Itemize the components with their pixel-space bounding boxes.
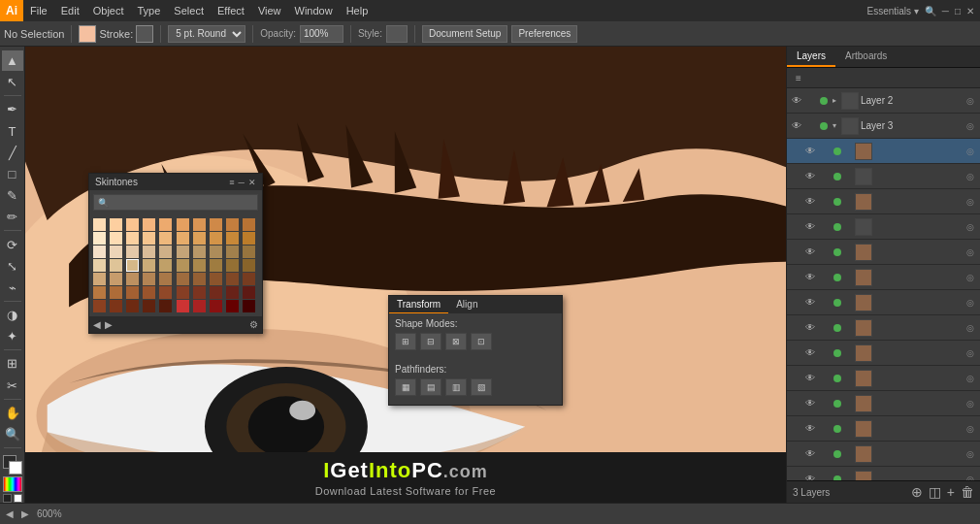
- style-swatch[interactable]: [386, 25, 408, 43]
- color-swatch[interactable]: [193, 273, 206, 285]
- layer-target-circle[interactable]: ◎: [963, 323, 978, 333]
- color-swatch[interactable]: [226, 259, 239, 272]
- menu-edit[interactable]: Edit: [54, 3, 86, 18]
- crop-btn[interactable]: ▧: [471, 378, 492, 396]
- layer-target-circle[interactable]: ◎: [963, 222, 978, 232]
- stroke-none-box[interactable]: [14, 494, 22, 503]
- layer-visibility-toggle[interactable]: 👁: [802, 221, 818, 232]
- color-swatch[interactable]: [243, 232, 255, 245]
- color-swatch[interactable]: [143, 300, 155, 312]
- color-swatch[interactable]: [177, 246, 189, 258]
- color-swatch[interactable]: [193, 218, 206, 231]
- layer-item[interactable]: 👁 ◎: [787, 366, 980, 391]
- color-swatch[interactable]: [126, 286, 139, 299]
- color-swatch[interactable]: [126, 273, 139, 285]
- color-swatch[interactable]: [243, 300, 255, 312]
- stroke-swatch[interactable]: [136, 25, 153, 43]
- delete-layer-btn[interactable]: 🗑: [961, 484, 974, 500]
- color-swatch[interactable]: [193, 246, 206, 258]
- layer-visibility-toggle[interactable]: 👁: [789, 95, 804, 106]
- stroke-color-box[interactable]: [9, 461, 22, 475]
- divide-btn[interactable]: ▦: [395, 378, 416, 396]
- layer-target-circle[interactable]: ◎: [963, 348, 978, 358]
- zoom-tool[interactable]: 🔍: [2, 424, 23, 444]
- make-sub-layer-btn[interactable]: ≡: [791, 70, 806, 85]
- layer-item[interactable]: 👁 ◎: [787, 391, 980, 416]
- layer-item[interactable]: 👁 ◎: [787, 416, 980, 442]
- panel-settings-btn[interactable]: ⚙: [249, 319, 258, 330]
- color-swatch[interactable]: [93, 246, 106, 258]
- color-swatch[interactable]: [243, 273, 255, 285]
- color-swatch[interactable]: [126, 259, 139, 272]
- layer-item[interactable]: 👁 ◎: [787, 341, 980, 366]
- canvas-area[interactable]: 21.ai* @ 600% (CMYK/Preview) ×: [25, 47, 786, 503]
- canvas-drawing[interactable]: Skintones ≡ ─ ✕ 🔍 ◀ ▶ ⚙: [25, 47, 786, 503]
- artboards-tab[interactable]: Artboards: [835, 47, 897, 67]
- layer-item[interactable]: 👁 ◎: [787, 164, 980, 189]
- color-swatch[interactable]: [210, 273, 222, 285]
- layer-target-circle[interactable]: ◎: [963, 147, 978, 156]
- color-swatch[interactable]: [159, 246, 172, 258]
- color-swatch[interactable]: [110, 232, 122, 245]
- layer-item[interactable]: 👁 ◎: [787, 189, 980, 214]
- gradient-tool[interactable]: ◑: [2, 305, 23, 325]
- color-swatch[interactable]: [210, 246, 222, 258]
- layer-target-circle[interactable]: ◎: [963, 172, 978, 181]
- color-swatch[interactable]: [226, 300, 239, 312]
- layer-visibility-toggle[interactable]: 👁: [802, 423, 818, 434]
- color-swatch[interactable]: [126, 218, 139, 231]
- layer-item[interactable]: 👁 ◎: [787, 214, 980, 240]
- color-swatch[interactable]: [210, 218, 222, 231]
- eyedropper-tool[interactable]: ✦: [2, 326, 23, 346]
- nav-forward-btn[interactable]: ▶: [21, 508, 29, 519]
- color-swatch[interactable]: [159, 259, 172, 272]
- layer-visibility-toggle[interactable]: 👁: [802, 347, 818, 358]
- preferences-button[interactable]: Preferences: [511, 25, 577, 43]
- color-swatch[interactable]: [193, 259, 206, 272]
- color-swatch[interactable]: [193, 300, 206, 312]
- layer-expand-toggle[interactable]: ▸: [830, 96, 839, 105]
- color-swatch[interactable]: [93, 218, 106, 231]
- color-swatch[interactable]: [93, 232, 106, 245]
- maximize-icon[interactable]: □: [955, 6, 961, 16]
- layer-visibility-toggle[interactable]: 👁: [802, 246, 818, 257]
- layer-visibility-toggle[interactable]: 👁: [802, 474, 818, 480]
- color-swatch[interactable]: [243, 246, 255, 258]
- color-swatch[interactable]: [110, 273, 122, 285]
- color-swatch[interactable]: [243, 259, 255, 272]
- layer-visibility-toggle[interactable]: 👁: [802, 171, 818, 181]
- doc-setup-button[interactable]: Document Setup: [422, 25, 508, 43]
- search-icon[interactable]: 🔍: [925, 6, 936, 16]
- color-swatch[interactable]: [177, 232, 189, 245]
- color-swatch[interactable]: [143, 218, 155, 231]
- artboard-tool[interactable]: ⊞: [2, 353, 23, 374]
- color-swatch[interactable]: [226, 286, 239, 299]
- color-swatch[interactable]: [143, 259, 155, 272]
- layer-target-circle[interactable]: ◎: [963, 374, 978, 383]
- rotate-tool[interactable]: ⟳: [2, 234, 23, 254]
- layer-item[interactable]: 👁 ◎: [787, 265, 980, 290]
- color-swatch[interactable]: [110, 246, 122, 258]
- brush-tool[interactable]: ✎: [2, 185, 23, 206]
- transform-tab[interactable]: Transform: [389, 296, 448, 313]
- color-swatch[interactable]: [226, 218, 239, 231]
- layer-visibility-toggle[interactable]: 👁: [789, 120, 804, 131]
- unite-btn[interactable]: ⊞: [395, 333, 416, 350]
- intersect-btn[interactable]: ⊠: [445, 333, 467, 350]
- line-tool[interactable]: ╱: [2, 143, 23, 163]
- fill-none-box[interactable]: [3, 494, 12, 503]
- make-clip-mask-btn[interactable]: ⊕: [911, 484, 923, 500]
- color-swatch[interactable]: [143, 246, 155, 258]
- color-swatch[interactable]: [159, 286, 172, 299]
- layer-target-circle[interactable]: ◎: [963, 273, 978, 282]
- color-swatch[interactable]: [159, 300, 172, 312]
- menu-help[interactable]: Help: [340, 3, 376, 18]
- type-tool[interactable]: T: [2, 121, 23, 142]
- layer-target-circle[interactable]: ◎: [963, 424, 978, 434]
- color-swatch[interactable]: [243, 286, 255, 299]
- brush-select[interactable]: 5 pt. Round: [168, 25, 245, 43]
- panel-menu-icon[interactable]: ≡: [229, 178, 234, 187]
- panel-minimize-icon[interactable]: ─: [239, 178, 245, 187]
- layers-tab[interactable]: Layers: [787, 47, 835, 67]
- color-swatch[interactable]: [193, 286, 206, 299]
